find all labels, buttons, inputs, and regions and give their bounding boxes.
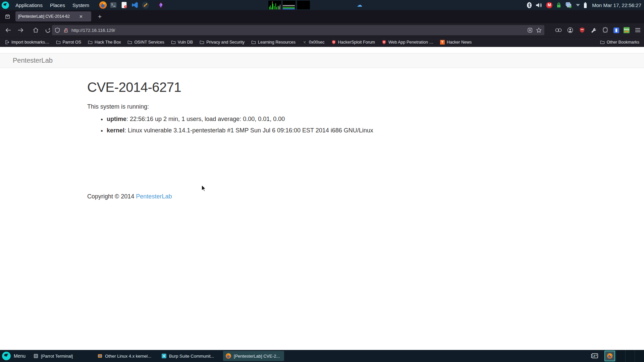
virtualbox-icon <box>98 354 102 358</box>
extensions-puzzle-icon[interactable] <box>602 26 609 34</box>
bookmark-hacker-news[interactable]: Y Hacker News <box>440 40 472 45</box>
browser-tab[interactable]: [PentesterLab] CVE-2014-62 ✕ <box>15 11 91 21</box>
battery-icon[interactable] <box>583 2 587 8</box>
cpu-sleep-icon[interactable]: Zz <box>590 353 599 359</box>
crystal-icon[interactable] <box>157 1 165 9</box>
bookmark-osint-services[interactable]: OSINT Services <box>127 40 164 45</box>
clock[interactable]: Mon Mar 17, 22:56:27 <box>591 2 643 8</box>
vm-windows-icon[interactable] <box>565 2 573 8</box>
firefox-view-icon[interactable] <box>3 12 12 21</box>
volume-icon[interactable] <box>535 2 543 8</box>
desktop-top-panel: Applications Places System $ <box>0 0 644 10</box>
vscode-icon[interactable] <box>131 1 139 9</box>
anon-bird-icon[interactable] <box>142 1 150 9</box>
0x00sec-favicon <box>302 40 307 45</box>
bookmark-privacy-security[interactable]: Privacy and Security <box>200 40 245 45</box>
bookmarks-bar: Import bookmarks… Parrot OS Hack The Box… <box>0 37 644 47</box>
desktop-taskbar: Menu [Parrot Terminal] Other Linux 4.x k… <box>0 350 644 362</box>
firefox-icon[interactable] <box>99 1 107 9</box>
workspace-3[interactable] <box>625 350 635 362</box>
ublock-icon[interactable] <box>578 26 586 34</box>
bluetooth-icon[interactable] <box>527 2 532 8</box>
list-item-uptime: uptime: 22:56:16 up 2 min, 1 users, load… <box>107 115 373 123</box>
other-bookmarks[interactable]: Other Bookmarks <box>600 40 639 45</box>
taskbar-menu-button[interactable]: Menu <box>0 351 25 361</box>
parrot-logo-icon[interactable] <box>1 1 9 9</box>
svg-text:z: z <box>596 354 597 356</box>
bookmark-import[interactable]: Import bookmarks… <box>5 40 49 45</box>
tab-close-icon[interactable]: ✕ <box>79 14 83 19</box>
bookmark-hack-the-box[interactable]: Hack The Box <box>88 40 121 45</box>
hamburger-menu-icon[interactable] <box>634 26 641 34</box>
bookmark-hackersploit-forum[interactable]: HackerSploit Forum <box>331 40 375 45</box>
folder-icon <box>127 40 132 45</box>
task-burp-suite[interactable]: Burp Suite Communit... <box>159 351 220 361</box>
home-icon[interactable] <box>31 25 40 35</box>
workspace-2[interactable] <box>616 350 625 362</box>
extension-toolbar: burp <box>555 25 641 35</box>
folder-icon <box>171 40 176 45</box>
menu-applications[interactable]: Applications <box>14 2 44 8</box>
pentesterlab-link[interactable]: PentesterLab <box>136 193 172 200</box>
system-monitor-applet[interactable] <box>268 1 310 9</box>
bookmark-star-icon[interactable] <box>536 27 542 33</box>
workspace-4[interactable] <box>635 350 644 362</box>
folder-icon <box>251 40 256 45</box>
new-tab-button[interactable]: + <box>96 13 104 20</box>
window-list: [Parrot Terminal] Other Linux 4.x kernel… <box>31 351 284 361</box>
cpu-graph <box>268 1 281 9</box>
burp-icon <box>162 354 166 358</box>
url-text[interactable]: http://172.16.116.129/ <box>71 28 527 33</box>
bookmark-learning-resources[interactable]: Learning Resources <box>251 40 296 45</box>
reload-icon[interactable] <box>43 25 53 35</box>
network-graph <box>297 1 310 9</box>
folder-icon <box>56 40 61 45</box>
mega-icon[interactable]: M <box>546 2 552 8</box>
tracking-shield-icon[interactable] <box>55 27 60 33</box>
task-parrot-terminal[interactable]: [Parrot Terminal] <box>31 351 92 361</box>
bookmark-parrot-os[interactable]: Parrot OS <box>56 40 82 45</box>
account-icon[interactable] <box>567 26 574 34</box>
task-pentesterlab-firefox[interactable]: [PentesterLab] CVE-2... <box>223 351 284 361</box>
task-other-linux-vm[interactable]: Other Linux 4.x kernel... <box>95 351 156 361</box>
burp-extension-icon[interactable]: burp <box>624 27 630 33</box>
lock-icon[interactable] <box>556 2 562 8</box>
footer-copyright: Copyright © 2014PentesterLab <box>87 193 172 200</box>
terminal-icon <box>34 354 38 358</box>
taskbar-right: Zz <box>590 350 644 362</box>
svg-text:$: $ <box>111 3 113 6</box>
forward-icon[interactable] <box>16 25 25 35</box>
insecure-lock-icon[interactable] <box>63 27 69 33</box>
firefox-tab-bar: [PentesterLab] CVE-2014-62 ✕ + <box>0 10 644 23</box>
tab-title: [PentesterLab] CVE-2014-62 <box>18 14 78 19</box>
site-brand[interactable]: PentesterLab <box>13 57 53 64</box>
back-icon[interactable] <box>3 25 13 35</box>
menu-system[interactable]: System <box>71 2 91 8</box>
blue-extension-icon[interactable] <box>613 27 619 33</box>
list-item-kernel: kernel: Linux vulnerable 3.14.1-penteste… <box>107 126 373 135</box>
red-shield-favicon <box>382 40 386 45</box>
folder-icon <box>600 40 605 45</box>
containers-mask-icon[interactable] <box>555 26 562 34</box>
bookmark-vuln-db[interactable]: Vuln DB <box>171 40 193 45</box>
cloud-icon[interactable]: ☁ <box>357 2 362 8</box>
text-editor-icon[interactable] <box>120 1 128 9</box>
workspace-1-active[interactable] <box>604 351 615 361</box>
wrench-icon[interactable] <box>590 26 597 34</box>
terminal-icon[interactable]: $ <box>109 1 117 9</box>
url-bar[interactable]: http://172.16.116.129/ <box>52 25 544 35</box>
red-shield-favicon <box>331 40 336 45</box>
page-title: CVE-2014-6271 <box>87 80 181 95</box>
parrot-logo-icon <box>2 351 11 361</box>
bookmark-web-app-penetration[interactable]: Web App Penetration … <box>382 40 433 45</box>
menu-places[interactable]: Places <box>49 2 66 8</box>
page-content: PentesterLab CVE-2014-6271 This system i… <box>0 47 644 350</box>
page-action-icon[interactable] <box>527 27 533 33</box>
chevron-down-icon[interactable] <box>576 4 580 6</box>
site-navbar: PentesterLab <box>0 53 644 68</box>
folder-icon <box>88 40 93 45</box>
bookmark-0x00sec[interactable]: 0x00sec <box>302 40 325 45</box>
firefox-icon <box>607 353 612 359</box>
svg-text:Z: Z <box>593 354 595 358</box>
memory-graph <box>283 1 296 9</box>
